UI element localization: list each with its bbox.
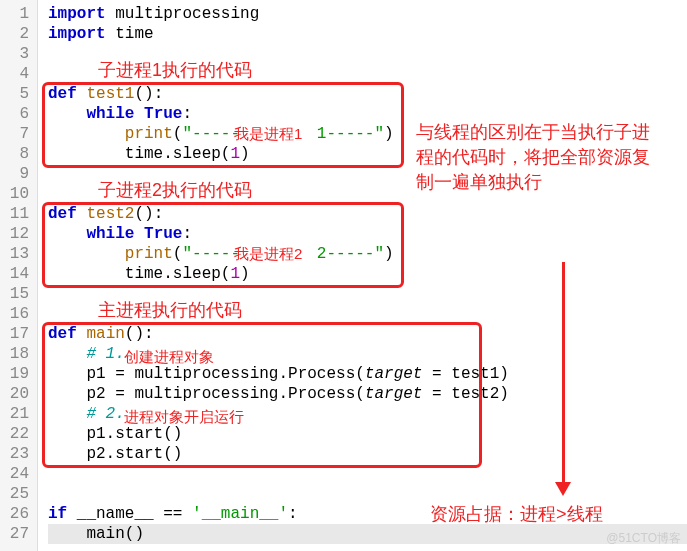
code-text: p2 = multiprocessing.Process( (86, 385, 364, 403)
line-number: 17 (4, 324, 29, 344)
op-eq: == (163, 505, 182, 523)
paren: ( (173, 245, 183, 263)
kw-if: if (48, 505, 67, 523)
line-number: 21 (4, 404, 29, 424)
number: 1 (230, 265, 240, 283)
line-number: 25 (4, 484, 29, 504)
arrow-head-icon (555, 482, 571, 496)
string: "----- 2-----" (182, 245, 384, 263)
number: 1 (230, 145, 240, 163)
line-number: 16 (4, 304, 29, 324)
fn-name: test2 (86, 205, 134, 223)
call: time.sleep( (125, 145, 231, 163)
kwarg: target (365, 365, 423, 383)
paren: ) (384, 125, 394, 143)
line-number: 23 (4, 444, 29, 464)
watermark: @51CTO博客 (606, 530, 681, 547)
kw-def: def (48, 325, 77, 343)
line-number: 22 (4, 424, 29, 444)
fn-name: main (86, 325, 124, 343)
line-number: 26 (4, 504, 29, 524)
line-number: 24 (4, 464, 29, 484)
comment: # 2. (86, 405, 124, 423)
code-text: main() (86, 525, 144, 543)
code-text: p2.start() (86, 445, 182, 463)
paren: ) (384, 245, 394, 263)
line-number: 8 (4, 144, 29, 164)
kw-def: def (48, 85, 77, 103)
line-number: 15 (4, 284, 29, 304)
parens: (): (134, 85, 163, 103)
line-number: 13 (4, 244, 29, 264)
line-number: 9 (4, 164, 29, 184)
kw-while: while (86, 105, 134, 123)
fn-print: print (125, 245, 173, 263)
kw-import: import (48, 5, 106, 23)
kwarg: target (365, 385, 423, 403)
paren: ) (240, 145, 250, 163)
arrow-shaft (562, 262, 565, 484)
line-number: 5 (4, 84, 29, 104)
fn-name: test1 (86, 85, 134, 103)
line-number: 11 (4, 204, 29, 224)
parens: (): (125, 325, 154, 343)
code-editor: 1 2 3 4 5 6 7 8 9 10 11 12 13 14 15 16 1… (0, 0, 687, 551)
line-number: 4 (4, 64, 29, 84)
paren: ( (173, 125, 183, 143)
kw-while: while (86, 225, 134, 243)
const-true: True (144, 225, 182, 243)
call: time.sleep( (125, 265, 231, 283)
code-area[interactable]: import multiprocessing import time def t… (38, 0, 687, 551)
const-true: True (144, 105, 182, 123)
line-number: 2 (4, 24, 29, 44)
colon: : (182, 105, 192, 123)
line-number: 12 (4, 224, 29, 244)
line-number: 7 (4, 124, 29, 144)
code-text: p1.start() (86, 425, 182, 443)
line-number: 27 (4, 524, 29, 544)
line-number: 14 (4, 264, 29, 284)
code-text: = test1) (422, 365, 508, 383)
code-text: = test2) (422, 385, 508, 403)
module: multiprocessing (115, 5, 259, 23)
line-number: 1 (4, 4, 29, 24)
line-number: 19 (4, 364, 29, 384)
line-number-gutter: 1 2 3 4 5 6 7 8 9 10 11 12 13 14 15 16 1… (0, 0, 38, 551)
line-number: 3 (4, 44, 29, 64)
code-text: p1 = multiprocessing.Process( (86, 365, 364, 383)
string: "----- 1-----" (182, 125, 384, 143)
colon: : (288, 505, 298, 523)
line-number: 20 (4, 384, 29, 404)
module: time (115, 25, 153, 43)
parens: (): (134, 205, 163, 223)
kw-def: def (48, 205, 77, 223)
colon: : (182, 225, 192, 243)
fn-print: print (125, 125, 173, 143)
string: '__main__' (182, 505, 288, 523)
comment: # 1. (86, 345, 124, 363)
line-number: 10 (4, 184, 29, 204)
kw-import: import (48, 25, 106, 43)
line-number: 18 (4, 344, 29, 364)
code-text: __name__ (67, 505, 163, 523)
line-number: 6 (4, 104, 29, 124)
paren: ) (240, 265, 250, 283)
